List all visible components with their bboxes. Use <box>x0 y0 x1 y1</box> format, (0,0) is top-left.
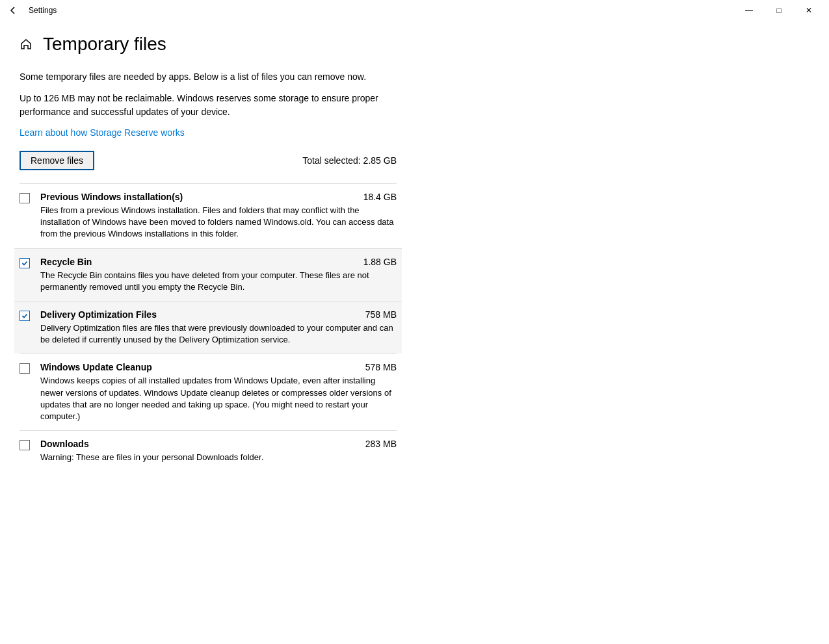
checkbox-wrapper-delivery-optimization <box>20 311 30 321</box>
file-item-previous-windows: Previous Windows installation(s) 18.4 GB… <box>20 183 397 248</box>
title-bar-left: Settings <box>5 3 57 18</box>
title-bar-controls: — □ ✕ <box>734 0 824 21</box>
page-title: Temporary files <box>43 34 166 55</box>
file-list: Previous Windows installation(s) 18.4 GB… <box>20 183 397 471</box>
checkbox-wrapper-downloads <box>20 440 30 450</box>
file-name-delivery-optimization: Delivery Optimization Files <box>40 309 157 320</box>
checkbox-downloads[interactable] <box>20 440 30 450</box>
checkbox-wrapper-recycle-bin <box>20 258 30 268</box>
page-header: Temporary files <box>20 34 809 55</box>
file-header-delivery-optimization: Delivery Optimization Files 758 MB <box>40 309 397 320</box>
file-size-delivery-optimization: 758 MB <box>365 309 397 320</box>
title-bar: Settings — □ ✕ <box>0 0 829 21</box>
description-2: Up to 126 MB may not be reclaimable. Win… <box>20 92 384 119</box>
file-item-recycle-bin: Recycle Bin 1.88 GB The Recycle Bin cont… <box>14 248 402 301</box>
back-button[interactable] <box>5 3 21 18</box>
checkbox-recycle-bin[interactable] <box>20 258 30 268</box>
file-desc-recycle-bin: The Recycle Bin contains files you have … <box>40 270 397 293</box>
main-content: Temporary files Some temporary files are… <box>0 21 829 644</box>
file-header-windows-update-cleanup: Windows Update Cleanup 578 MB <box>40 362 397 372</box>
checkbox-wrapper-previous-windows <box>20 193 30 203</box>
close-button[interactable]: ✕ <box>794 0 824 21</box>
file-header-recycle-bin: Recycle Bin 1.88 GB <box>40 257 397 267</box>
file-desc-windows-update-cleanup: Windows keeps copies of all installed up… <box>40 375 397 422</box>
file-header-previous-windows: Previous Windows installation(s) 18.4 GB <box>40 192 397 202</box>
file-name-downloads: Downloads <box>40 439 89 449</box>
checkmark-delivery-optimization <box>21 313 28 319</box>
minimize-button[interactable]: — <box>734 0 764 21</box>
home-icon <box>20 38 33 51</box>
file-item-delivery-optimization: Delivery Optimization Files 758 MB Deliv… <box>14 301 402 354</box>
checkbox-previous-windows[interactable] <box>20 193 30 203</box>
file-header-downloads: Downloads 283 MB <box>40 439 397 449</box>
file-info-recycle-bin: Recycle Bin 1.88 GB The Recycle Bin cont… <box>40 257 397 293</box>
checkmark-recycle-bin <box>21 260 28 266</box>
storage-reserve-link[interactable]: Learn about how Storage Reserve works <box>20 127 185 138</box>
file-desc-previous-windows: Files from a previous Windows installati… <box>40 205 397 240</box>
file-item-windows-update-cleanup: Windows Update Cleanup 578 MB Windows ke… <box>20 354 397 430</box>
file-info-windows-update-cleanup: Windows Update Cleanup 578 MB Windows ke… <box>40 362 397 422</box>
file-info-downloads: Downloads 283 MB Warning: These are file… <box>40 439 397 463</box>
file-desc-delivery-optimization: Delivery Optimization files are files th… <box>40 322 397 346</box>
remove-files-button[interactable]: Remove files <box>20 151 94 170</box>
total-selected-label: Total selected: 2.85 GB <box>302 155 397 166</box>
file-size-previous-windows: 18.4 GB <box>363 192 397 202</box>
checkbox-delivery-optimization[interactable] <box>20 311 30 321</box>
file-name-windows-update-cleanup: Windows Update Cleanup <box>40 362 152 372</box>
file-name-recycle-bin: Recycle Bin <box>40 257 92 267</box>
maximize-button[interactable]: □ <box>764 0 794 21</box>
remove-files-row: Remove files Total selected: 2.85 GB <box>20 151 397 170</box>
file-size-windows-update-cleanup: 578 MB <box>365 362 397 372</box>
description-1: Some temporary files are needed by apps.… <box>20 70 384 84</box>
file-info-previous-windows: Previous Windows installation(s) 18.4 GB… <box>40 192 397 240</box>
file-name-previous-windows: Previous Windows installation(s) <box>40 192 183 202</box>
file-desc-downloads: Warning: These are files in your persona… <box>40 452 397 463</box>
title-bar-title: Settings <box>29 6 57 15</box>
file-size-downloads: 283 MB <box>365 439 397 449</box>
file-size-recycle-bin: 1.88 GB <box>363 257 397 267</box>
checkbox-windows-update-cleanup[interactable] <box>20 363 30 374</box>
file-item-downloads: Downloads 283 MB Warning: These are file… <box>20 430 397 471</box>
file-info-delivery-optimization: Delivery Optimization Files 758 MB Deliv… <box>40 309 397 346</box>
checkbox-wrapper-windows-update-cleanup <box>20 363 30 374</box>
back-arrow-icon <box>8 5 18 16</box>
